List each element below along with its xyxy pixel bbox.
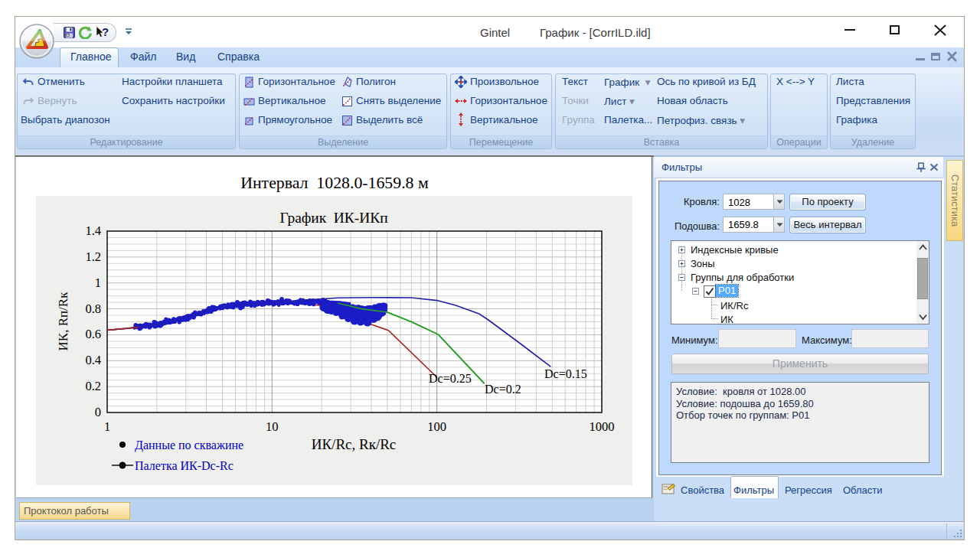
svg-text:1.2: 1.2 xyxy=(85,249,101,264)
svg-text:Палетка ИК-Dc-Rc: Палетка ИК-Dc-Rc xyxy=(135,459,234,472)
svg-text:Dc=0.15: Dc=0.15 xyxy=(544,367,587,380)
svg-text:1: 1 xyxy=(95,276,101,290)
svg-text:Dc=0.2: Dc=0.2 xyxy=(485,383,521,396)
svg-text:Dc=0.25: Dc=0.25 xyxy=(429,372,472,385)
svg-text:10: 10 xyxy=(266,419,279,434)
svg-text:ИК/Rc, Rк/Rc: ИК/Rc, Rк/Rc xyxy=(312,436,397,452)
svg-text:0.4: 0.4 xyxy=(85,353,101,367)
svg-text:1.4: 1.4 xyxy=(85,223,101,238)
svg-text:0.2: 0.2 xyxy=(85,379,101,393)
svg-text:0.8: 0.8 xyxy=(85,302,101,316)
svg-text:100: 100 xyxy=(427,419,446,434)
svg-text:ИК, Rп/Rк: ИК, Rп/Rк xyxy=(56,292,70,351)
svg-text:0.6: 0.6 xyxy=(85,327,101,341)
svg-text:1000: 1000 xyxy=(590,419,615,434)
svg-text:0: 0 xyxy=(95,405,101,419)
svg-text:Интервал 1028.0-1659.8 м: Интервал 1028.0-1659.8 м xyxy=(240,174,429,192)
svg-text:1: 1 xyxy=(104,419,110,434)
svg-text:График ИК-ИКп: График ИК-ИКп xyxy=(279,210,387,226)
svg-text:Данные по скважине: Данные по скважине xyxy=(135,439,243,452)
